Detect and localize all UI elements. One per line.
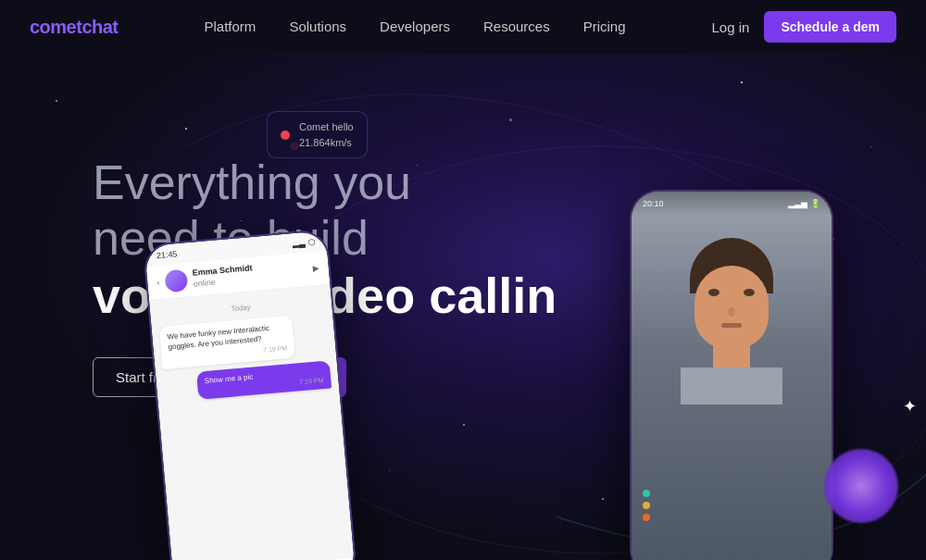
dot-teal xyxy=(643,490,650,497)
message-reply-1: Show me a pic 7:19 PM xyxy=(196,361,332,400)
phone-chat: 21:45 ▂▃ ⬡ ‹ Emma Schmidt online ▶ Today… xyxy=(143,229,357,560)
nav-item-resources[interactable]: Resources xyxy=(483,19,550,35)
nav-item-developers[interactable]: Developers xyxy=(380,19,450,35)
phone-time-right: 20:10 xyxy=(643,199,664,208)
phone-signal-right: ▂▃▅ 🔋 xyxy=(788,199,820,208)
comet-speed: 21.864km/s xyxy=(299,135,354,151)
message-bubble-1: We have funky new Interalactic goggles. … xyxy=(159,316,295,370)
person-face xyxy=(676,238,787,386)
logo-chat: chat xyxy=(81,17,118,37)
comet-name: Comet hello xyxy=(299,119,354,135)
face-skin xyxy=(694,266,769,349)
nav-item-pricing[interactable]: Pricing xyxy=(583,19,626,35)
back-arrow-icon: ‹ xyxy=(156,278,160,287)
cursor-star-icon: ✦ xyxy=(903,396,917,417)
chat-messages: Today We have funky new Interalactic gog… xyxy=(149,285,354,560)
phone-icons-left: ▂▃ ⬡ xyxy=(292,237,315,248)
phone-status-bar-right: 20:10 ▂▃▅ 🔋 xyxy=(632,192,832,216)
date-divider: Today xyxy=(157,297,324,320)
phone-time-left: 21:45 xyxy=(156,249,177,260)
login-button[interactable]: Log in xyxy=(712,19,750,35)
nav-item-platform[interactable]: Platform xyxy=(205,19,257,35)
phone-chat-screen: 21:45 ▂▃ ⬡ ‹ Emma Schmidt online ▶ Today… xyxy=(144,230,356,560)
phone-video-screen: 20:10 ▂▃▅ 🔋 xyxy=(632,192,832,560)
comet-dot xyxy=(281,131,290,140)
dot-yellow xyxy=(643,502,650,509)
chat-user-info: Emma Schmidt online xyxy=(192,264,254,291)
logo-comet: comet xyxy=(30,17,81,37)
hero-section: Comet hello 21.864km/s Everything you ne… xyxy=(0,54,926,560)
comet-info: Comet hello 21.864km/s xyxy=(299,119,354,150)
nav-actions: Log in Schedule a dem xyxy=(712,11,896,43)
video-call-icon[interactable]: ▶ xyxy=(312,264,319,274)
video-overlay-dots xyxy=(643,490,650,521)
navbar: cometchat Platform Solutions Developers … xyxy=(0,0,926,54)
nav-item-solutions[interactable]: Solutions xyxy=(289,19,346,35)
comet-label: Comet hello 21.864km/s xyxy=(267,111,368,158)
schedule-demo-button[interactable]: Schedule a dem xyxy=(764,11,896,43)
phone-video: 20:10 ▂▃▅ 🔋 xyxy=(630,190,833,560)
dot-orange xyxy=(643,514,650,521)
chat-avatar xyxy=(164,268,188,292)
nav-links: Platform Solutions Developers Resources … xyxy=(205,19,626,35)
face-shirt xyxy=(681,367,782,404)
video-person xyxy=(632,192,832,560)
purple-orb xyxy=(824,449,898,523)
logo[interactable]: cometchat xyxy=(30,17,119,38)
